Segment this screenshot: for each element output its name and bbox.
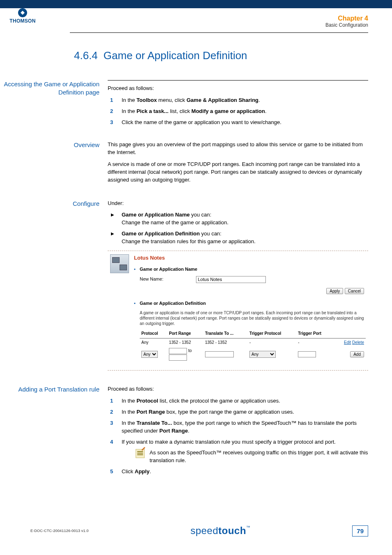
doc-reference: E-DOC-CTC-20041126-0013 v1.0 [30, 529, 89, 533]
cell-tport: - [296, 338, 333, 347]
bullet-definition: Game or Application Definition you can: … [108, 230, 368, 246]
newname-label: New Name: [140, 276, 163, 283]
th-protocol: Protocol [140, 329, 167, 338]
side-heading-accessing: Accessing the Game or Application Defini… [0, 80, 108, 97]
page-footer: E-DOC-CTC-20041126-0013 v1.0 speedtouch™… [30, 525, 368, 537]
th-portrange: Port Range [167, 329, 203, 338]
page-number: 79 [352, 525, 368, 537]
note-text: As soon as the SpeedTouch™ receives outg… [150, 449, 368, 465]
newname-input[interactable] [196, 276, 266, 283]
top-bar [0, 0, 392, 8]
translate-input[interactable] [205, 351, 234, 357]
to-label: to [188, 348, 191, 353]
brand-name: THOMSON [8, 18, 37, 24]
section-number: 4.6.4 [74, 49, 98, 62]
port-to-input[interactable] [169, 355, 187, 361]
globe-icon [18, 8, 27, 17]
overview-p1: This page gives you an overview of the p… [108, 141, 368, 157]
overview-p2: A service is made of one or more TCP/UDP… [108, 161, 368, 184]
th-trigger-protocol: Trigger Protocol [248, 329, 296, 338]
side-heading-overview: Overview [0, 141, 108, 149]
note-block: As soon as the SpeedTouch™ receives outg… [136, 449, 368, 465]
pane-section-name: Game or Application Name [134, 266, 366, 273]
trigger-port-input[interactable] [298, 351, 316, 357]
chapter-label: Chapter 4 [325, 15, 368, 22]
th-translate: Translate To ... [203, 329, 248, 338]
th-actions [333, 329, 366, 338]
port-from-input[interactable] [169, 348, 187, 354]
add-step-2: In the Port Range box, type the port ran… [108, 408, 368, 416]
note-icon [136, 449, 145, 458]
configure-bullets: Game or Application Name you can: Change… [108, 211, 368, 245]
brand-logo: THOMSON [8, 8, 37, 24]
apply-button[interactable]: Apply [326, 288, 343, 294]
add-step-1: In the Protocol list, click the protocol… [108, 397, 368, 405]
screenshot-panel: Lotus Notes Game or Application Name New… [108, 251, 368, 371]
th-trigger-port: Trigger Port [296, 329, 333, 338]
cancel-button[interactable]: Cancel [345, 288, 364, 294]
accessing-steps: In the Toolbox menu, click Game & Applic… [108, 97, 368, 127]
brand-speedtouch: speedtouch™ [190, 525, 250, 537]
adding-steps: In the Protocol list, click the protocol… [108, 397, 368, 476]
header-rule [70, 32, 368, 33]
cell-portrange: 1352 - 1352 [167, 338, 203, 347]
section-heading: 4.6.4 Game or Application Definition [74, 49, 368, 62]
port-table: Protocol Port Range Translate To ... Tri… [140, 329, 366, 362]
step-1: In the Toolbox menu, click Game & Applic… [108, 97, 368, 104]
side-heading-adding: Adding a Port Translation rule [0, 385, 108, 394]
pane-desc: A game or application is made of one or … [140, 310, 366, 326]
section-title: Game or Application Definition [104, 49, 247, 62]
add-step-3: In the Translate To... box, type the por… [108, 419, 368, 435]
side-heading-configure: Configure [0, 200, 108, 208]
table-row: Any 1352 - 1352 1352 - 1352 - - Edit Del… [140, 338, 366, 347]
chapter-block: Chapter 4 Basic Configuration [325, 15, 368, 28]
cell-protocol: Any [140, 338, 167, 347]
add-button[interactable]: Add [350, 351, 364, 357]
cell-tprotocol: - [248, 338, 296, 347]
panel-icon-area [108, 254, 134, 362]
delete-link[interactable]: Delete [352, 340, 364, 345]
step-2: In the Pick a task... list, click Modify… [108, 108, 368, 115]
protocol-select[interactable]: Any [141, 351, 158, 358]
chapter-subtitle: Basic Configuration [325, 22, 368, 28]
cell-translate: 1352 - 1352 [203, 338, 248, 347]
table-input-row: Any to [140, 347, 366, 362]
edit-link[interactable]: Edit [344, 340, 351, 345]
application-icon [110, 254, 129, 273]
pane-section-definition: Game or Application Definition [134, 300, 366, 307]
step-3: Click the name of the game or applicatio… [108, 119, 368, 127]
add-step-5: Click Apply. [108, 468, 368, 476]
pane-title: Lotus Notes [134, 254, 366, 262]
configure-intro: Under: [108, 200, 368, 207]
trigger-protocol-select[interactable]: Any [249, 351, 276, 358]
add-step-4: If you want to make a dynamic translatio… [108, 438, 368, 465]
section-rule [108, 80, 368, 81]
intro-text: Proceed as follows: [108, 85, 368, 92]
bullet-name: Game or Application Name you can: Change… [108, 211, 368, 227]
adding-intro: Proceed as follows: [108, 385, 368, 393]
